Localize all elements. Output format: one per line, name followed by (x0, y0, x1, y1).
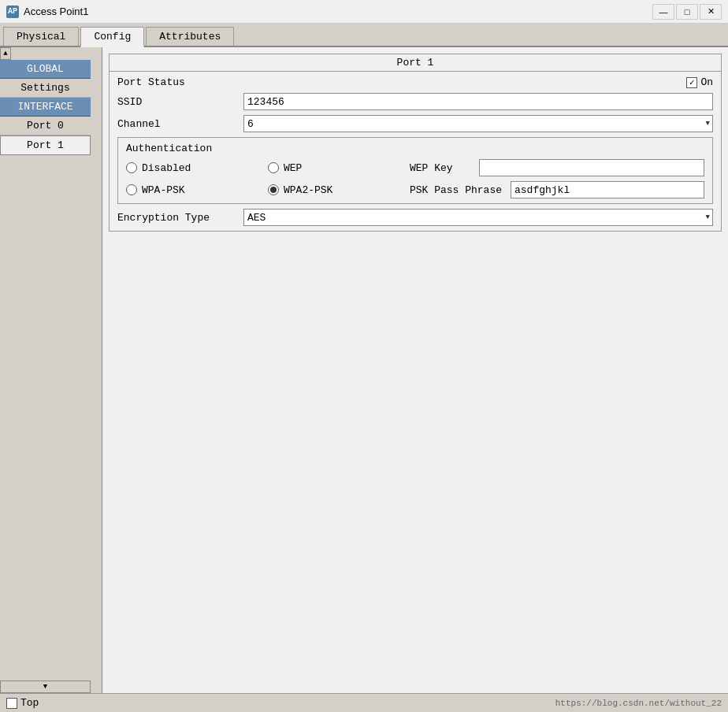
disabled-radio-outer[interactable] (126, 162, 137, 173)
radio-wpa-psk[interactable]: WPA-PSK (126, 184, 268, 196)
title-bar: AP Access Point1 — □ ✕ (0, 0, 728, 24)
sidebar-header-global: GLOBAL (0, 60, 91, 79)
config-panel: Port 1 Port Status ✓ On SSID (102, 47, 728, 693)
auth-title: Authentication (126, 143, 704, 154)
port-content: Port Status ✓ On SSID Channel (110, 72, 721, 231)
top-label: Top (20, 697, 39, 709)
port-status-label: Port Status (117, 76, 185, 88)
tab-config[interactable]: Config (80, 27, 144, 47)
on-label: On (700, 76, 713, 88)
wpa-psk-radio-outer[interactable] (126, 184, 137, 195)
status-bar-left: Top (6, 697, 39, 709)
minimize-button[interactable]: — (652, 4, 674, 20)
sidebar-item-port1[interactable]: Port 1 (0, 135, 91, 155)
wep-key-label: WEP Key (410, 162, 473, 174)
sidebar-header-interface: INTERFACE (0, 98, 91, 117)
radio-disabled[interactable]: Disabled (126, 162, 268, 174)
channel-select-wrapper: 6 (243, 115, 713, 132)
ssid-row: SSID (117, 93, 713, 110)
port-status-row: Port Status ✓ On (117, 76, 713, 88)
tab-attributes[interactable]: Attributes (146, 27, 234, 46)
disabled-radio-label: Disabled (142, 162, 191, 174)
maximize-button[interactable]: □ (676, 4, 698, 20)
wep-radio-outer[interactable] (268, 162, 279, 173)
encryption-label: Encryption Type (117, 212, 243, 224)
auth-row-1: Disabled WEP WEP Key (126, 159, 704, 176)
status-checkbox[interactable] (6, 698, 17, 709)
ssid-label: SSID (117, 96, 243, 108)
window-controls: — □ ✕ (652, 4, 722, 20)
port-box: Port 1 Port Status ✓ On SSID (109, 54, 722, 232)
sidebar-item-settings[interactable]: Settings (0, 79, 91, 98)
main-content: ▲ GLOBAL Settings INTERFACE Port 0 Port … (0, 47, 728, 693)
channel-select[interactable]: 6 (243, 115, 713, 132)
auth-row-2: WPA-PSK WPA2-PSK PSK Pass Phrase (126, 181, 704, 198)
watermark: https://blog.csdn.net/without_22 (555, 699, 722, 708)
sidebar: ▲ GLOBAL Settings INTERFACE Port 0 Port … (0, 47, 102, 693)
app-icon: AP (6, 6, 19, 18)
scroll-up-arrow[interactable]: ▲ (0, 47, 11, 60)
channel-value: 6 (243, 115, 713, 132)
wpa-psk-radio-label: WPA-PSK (142, 184, 185, 196)
psk-input[interactable] (511, 181, 704, 198)
title-bar-left: AP Access Point1 (6, 6, 88, 18)
encryption-row: Encryption Type AES (117, 209, 713, 226)
wep-radio-label: WEP (284, 162, 302, 174)
tab-bar: Physical Config Attributes (0, 24, 728, 47)
tab-physical[interactable]: Physical (3, 27, 79, 46)
channel-label: Channel (117, 118, 243, 130)
wpa2-psk-radio-outer[interactable] (268, 184, 279, 195)
window-title: Access Point1 (24, 6, 88, 17)
psk-label: PSK Pass Phrase (410, 184, 504, 196)
on-checkbox[interactable]: ✓ (686, 77, 697, 88)
status-bar: Top https://blog.csdn.net/without_22 (0, 693, 728, 712)
sidebar-item-port0[interactable]: Port 0 (0, 117, 91, 135)
radio-wep[interactable]: WEP (268, 162, 410, 174)
wep-key-input[interactable] (479, 159, 704, 176)
wep-key-container: WEP Key (410, 159, 704, 176)
encryption-value: AES (243, 209, 713, 226)
radio-wpa2-psk[interactable]: WPA2-PSK (268, 184, 410, 196)
scroll-down-arrow[interactable]: ▼ (0, 680, 91, 693)
ssid-value (243, 93, 713, 110)
sidebar-inner: ▲ GLOBAL Settings INTERFACE Port 0 Port … (0, 47, 91, 155)
ssid-input[interactable] (243, 93, 713, 110)
close-button[interactable]: ✕ (700, 4, 722, 20)
on-checkbox-container[interactable]: ✓ On (686, 76, 713, 88)
wpa2-psk-radio-label: WPA2-PSK (284, 184, 332, 196)
encryption-select[interactable]: AES (243, 209, 713, 226)
encryption-select-wrapper: AES (243, 209, 713, 226)
channel-row: Channel 6 (117, 115, 713, 132)
port-title: Port 1 (110, 54, 721, 72)
auth-box: Authentication Disabled WEP WEP Key (117, 137, 713, 204)
psk-container: PSK Pass Phrase (410, 181, 704, 198)
wpa2-psk-radio-inner (270, 187, 277, 193)
